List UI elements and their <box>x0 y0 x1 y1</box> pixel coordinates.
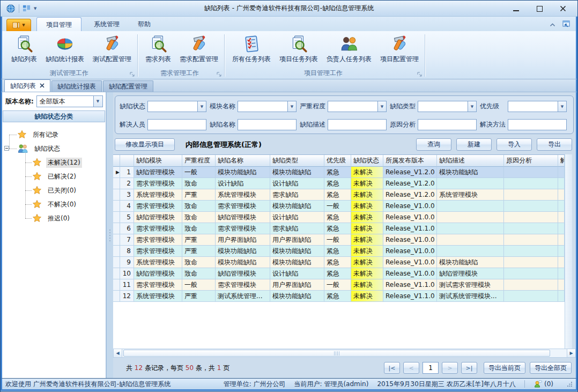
table-cell[interactable]: 模块功能缺陷 <box>216 246 270 257</box>
ribbon-button[interactable]: 需求配置管理 <box>176 34 221 65</box>
table-cell[interactable]: 设计缺陷 <box>270 268 324 279</box>
prev-page-button[interactable]: < <box>403 362 419 374</box>
ribbon-button[interactable]: 缺陷列表 <box>8 34 40 65</box>
grid-header-cell[interactable]: 缺陷模块 <box>134 155 182 167</box>
filter-input[interactable] <box>508 119 567 130</box>
table-cell[interactable] <box>558 279 565 291</box>
table-cell[interactable] <box>558 268 565 279</box>
table-cell[interactable]: 模块功能缺陷 <box>270 201 324 212</box>
table-cell[interactable]: 紧急 <box>324 167 351 178</box>
table-cell[interactable]: 用户界面缺陷 <box>270 234 324 246</box>
table-cell[interactable]: 一般 <box>182 167 216 178</box>
table-cell[interactable]: 未解决 <box>351 212 383 223</box>
vertical-scrollbar[interactable] <box>565 154 572 349</box>
filter-input[interactable] <box>328 119 387 130</box>
grid-header-cell[interactable]: 缺陷状态 <box>351 155 383 167</box>
table-cell[interactable]: 需求管理模块 <box>134 223 182 234</box>
table-cell[interactable]: 紧急 <box>324 212 351 223</box>
table-cell[interactable]: 严重 <box>182 234 216 246</box>
tree-item[interactable]: 已关闭(0) <box>2 183 106 197</box>
table-cell[interactable] <box>504 279 558 291</box>
table-cell[interactable]: 致命 <box>182 268 216 279</box>
table-cell[interactable]: 缺陷管理模块 <box>216 212 270 223</box>
table-cell[interactable]: 系统管理模块 <box>134 257 182 268</box>
table-cell[interactable] <box>504 257 558 268</box>
grid-header-cell[interactable]: 原因分析 <box>504 155 558 167</box>
table-cell[interactable]: 模块功能缺陷 <box>270 257 324 268</box>
filter-input[interactable] <box>147 119 206 130</box>
dialog-launcher-icon[interactable] <box>417 71 423 77</box>
table-cell[interactable]: 需求管理模块 <box>216 201 270 212</box>
row-number[interactable]: 1 <box>120 167 134 178</box>
table-row[interactable]: 7需求管理模块严重用户界面缺陷用户界面缺陷一般未解决Release_V1.0.0 <box>113 234 565 246</box>
table-cell[interactable]: 模块功能缺陷 <box>437 257 504 268</box>
table-cell[interactable]: 系统管理模块 <box>437 189 504 201</box>
table-cell[interactable]: 需求管理模块 <box>134 279 182 291</box>
table-cell[interactable] <box>504 268 558 279</box>
table-cell[interactable] <box>437 246 504 257</box>
table-cell[interactable]: 需求管理模块 <box>216 279 270 291</box>
table-row[interactable]: 12系统管理模块严重测试系统管理...模块功能缺陷紧急未解决Release_V1… <box>113 291 565 302</box>
table-cell[interactable]: 设计缺陷 <box>270 212 324 223</box>
table-cell[interactable]: Release_V1.0.0 <box>383 201 437 212</box>
table-cell[interactable]: Release_V1.1.0 <box>383 291 437 302</box>
scrollbar-thumb[interactable] <box>123 350 550 357</box>
table-cell[interactable]: Release_V1.0.0 <box>383 268 437 279</box>
table-cell[interactable]: Release_V1.2.0 <box>383 189 437 201</box>
table-cell[interactable]: 设计缺陷 <box>216 178 270 189</box>
table-cell[interactable]: Release_V1.2.0 <box>383 167 437 178</box>
table-cell[interactable]: 用户界面缺陷 <box>270 279 324 291</box>
table-cell[interactable]: 紧急 <box>324 178 351 189</box>
close-button[interactable] <box>559 5 567 12</box>
table-cell[interactable]: 需求缺陷 <box>270 189 324 201</box>
grid-header-cell[interactable]: 所属发布版本 <box>383 155 437 167</box>
grid-header-cell[interactable]: 解决方法 <box>558 155 565 167</box>
table-cell[interactable]: 未解决 <box>351 279 383 291</box>
query-button[interactable]: 查询 <box>416 138 451 151</box>
tree-collapse-icon[interactable] <box>4 146 9 151</box>
row-number[interactable]: 7 <box>120 234 134 246</box>
table-cell[interactable]: 紧急 <box>324 291 351 302</box>
table-cell[interactable]: 系统管理模块 <box>216 189 270 201</box>
chevron-down-icon[interactable]: ▼ <box>468 101 476 112</box>
table-cell[interactable] <box>504 223 558 234</box>
table-row[interactable]: 2需求管理模块致命设计缺陷设计缺陷紧急未解决Release_V1.2.0 <box>113 178 565 189</box>
table-cell[interactable]: 一般 <box>324 234 351 246</box>
table-cell[interactable]: Release_V1.1.0 <box>383 279 437 291</box>
scroll-right-icon[interactable]: ▶ <box>567 349 576 358</box>
table-cell[interactable]: 模块功能缺陷 <box>270 291 324 302</box>
table-cell[interactable]: 未解决 <box>351 234 383 246</box>
table-cell[interactable] <box>558 212 565 223</box>
table-cell[interactable]: 模块功能缺陷 <box>270 246 324 257</box>
table-cell[interactable]: 需求管理模块 <box>134 246 182 257</box>
row-number[interactable]: 9 <box>120 257 134 268</box>
tree-item[interactable]: 缺陷状态 <box>2 142 106 156</box>
last-page-button[interactable]: >| <box>461 362 477 374</box>
chevron-down-icon[interactable]: ▼ <box>558 101 566 112</box>
table-cell[interactable] <box>558 257 565 268</box>
table-cell[interactable]: 缺陷管理模块 <box>216 268 270 279</box>
row-number[interactable]: 11 <box>120 279 134 291</box>
chevron-down-icon[interactable]: ▼ <box>377 101 386 112</box>
table-cell[interactable]: Release_V1.0.0 <box>383 212 437 223</box>
row-number[interactable]: 2 <box>120 178 134 189</box>
row-number[interactable]: 10 <box>120 268 134 279</box>
table-cell[interactable]: 未解决 <box>351 291 383 302</box>
table-cell[interactable] <box>437 223 504 234</box>
table-cell[interactable]: 严重 <box>182 189 216 201</box>
tree-item[interactable]: 未解决(12) <box>2 156 106 169</box>
filter-combo[interactable]: ▼ <box>418 101 477 112</box>
table-cell[interactable] <box>558 234 565 246</box>
table-cell[interactable]: 紧急 <box>324 189 351 201</box>
dialog-launcher-icon[interactable] <box>130 71 135 77</box>
table-cell[interactable]: 需求管理模块 <box>134 178 182 189</box>
quick-access-layout-icon[interactable] <box>23 4 31 12</box>
ribbon-button[interactable]: 需求列表 <box>142 34 174 65</box>
row-number[interactable]: 8 <box>120 246 134 257</box>
modify-columns-button[interactable]: 修改显示项目 <box>115 138 175 151</box>
table-cell[interactable]: 致命 <box>182 201 216 212</box>
ribbon-tab-系统管理[interactable]: 系统管理 <box>85 17 129 31</box>
table-cell[interactable]: 致命 <box>182 178 216 189</box>
tree-item[interactable]: 推迟(0) <box>2 211 106 225</box>
table-cell[interactable]: 未解决 <box>351 223 383 234</box>
